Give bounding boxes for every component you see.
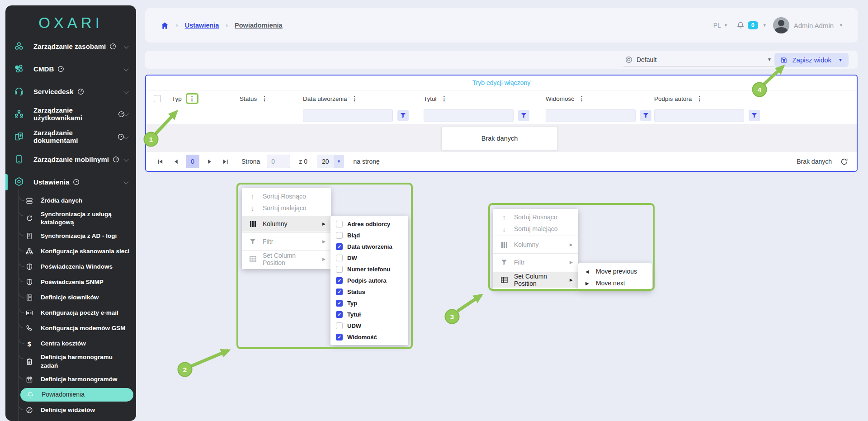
- checkbox[interactable]: [336, 243, 343, 250]
- menu-item-set-column-position[interactable]: Set Column Position ▶: [242, 251, 331, 267]
- breadcrumb-link-ustawienia[interactable]: Ustawienia: [185, 22, 219, 29]
- sidebar-item-definicje-widzetow[interactable]: Definicje widżetów: [5, 402, 136, 418]
- submenu-item-move-next[interactable]: ▶ Move next: [578, 277, 652, 289]
- avatar[interactable]: [773, 17, 789, 33]
- menu-item-sort-asc[interactable]: ↑ Sortuj Rosnąco: [493, 211, 578, 223]
- submenu-item-widomosc[interactable]: Widomość: [330, 331, 408, 343]
- last-page-button[interactable]: [219, 156, 231, 167]
- column-menu-button[interactable]: ⋮: [695, 95, 703, 102]
- submenu-item-adres-odbiorcy[interactable]: Adres odbiorcy: [330, 218, 408, 230]
- sidebar-item-ustawienia[interactable]: Ustawienia: [5, 170, 136, 193]
- sidebar-item-modemy-gsm[interactable]: Konfiguracja modemów GSM: [5, 321, 136, 336]
- view-icon: [625, 56, 632, 63]
- column-menu-button[interactable]: ⋮: [351, 95, 359, 102]
- table-empty-body: Brak danych: [146, 124, 857, 152]
- filter-input-tytul[interactable]: [424, 109, 514, 122]
- language-selector[interactable]: PL: [713, 22, 721, 29]
- submenu-item-move-previous[interactable]: ◀ Move previous: [578, 265, 652, 277]
- sidebar-item-harmonogram-zadan[interactable]: Definicja harmonogramu zadań: [5, 351, 136, 371]
- menu-item-columns[interactable]: Kolumny ▶: [493, 237, 578, 252]
- save-view-button[interactable]: Zapisz widok ▼: [774, 53, 849, 67]
- filter-funnel-button[interactable]: [640, 110, 651, 121]
- filter-funnel-button[interactable]: [397, 110, 409, 121]
- submenu-item-blad[interactable]: Błąd: [330, 230, 408, 241]
- checkbox[interactable]: [336, 289, 343, 295]
- filter-input-podpis-autora[interactable]: [654, 109, 744, 122]
- filter-input-widomosc[interactable]: [546, 109, 636, 122]
- sidebar-item-powiadomienia[interactable]: Powiadomienia: [20, 388, 133, 402]
- checkbox[interactable]: [336, 255, 343, 261]
- checkbox[interactable]: [336, 300, 343, 307]
- refresh-icon[interactable]: [840, 157, 849, 166]
- checkbox[interactable]: [336, 322, 343, 329]
- menu-item-set-column-position[interactable]: Set Column Position ▶: [493, 272, 578, 288]
- sidebar-item-mobilne[interactable]: Zarządzanie mobilnymi: [5, 148, 136, 170]
- column-menu-button[interactable]: ⋮: [186, 93, 198, 104]
- checkbox[interactable]: [336, 311, 343, 318]
- home-icon[interactable]: [160, 21, 169, 30]
- page-size-select[interactable]: 20 ▼: [317, 155, 344, 168]
- sidebar-item-definicje-harmonogramow[interactable]: Definicje harmonogramów: [5, 372, 136, 387]
- column-menu-button[interactable]: ⋮: [440, 95, 448, 102]
- pagination-status: Brak danych: [797, 158, 832, 165]
- user-name[interactable]: Admin Admin: [794, 22, 834, 29]
- filter-input-data-utworzenia[interactable]: [303, 109, 393, 122]
- menu-item-columns[interactable]: Kolumny ▶: [242, 216, 331, 232]
- submenu-item-numer-telefonu[interactable]: Numer telefonu: [330, 264, 408, 275]
- checkbox[interactable]: [336, 334, 343, 341]
- sidebar-item-zasoby[interactable]: Zarządzanie zasobami: [5, 35, 136, 57]
- sidebar-item-konfiguracja-email[interactable]: Konfiguracja poczty e-mail: [5, 305, 136, 321]
- sidebar-item-synchronizacja-ad-logi[interactable]: Synchronizacja z AD - logi: [5, 228, 136, 244]
- sidebar-item-zrodla-danych[interactable]: Źródła danych: [5, 193, 136, 208]
- page-number-input[interactable]: [267, 155, 290, 168]
- pagination-bar: 0 Strona z 0 20 ▼ na stronę Brak danych: [146, 152, 857, 171]
- submenu-item-dw[interactable]: DW: [330, 252, 408, 264]
- sidebar-item-centra-kosztow[interactable]: $ Centra kosztów: [5, 336, 136, 351]
- sidebar-item-partial[interactable]: [5, 418, 136, 421]
- view-select[interactable]: Default ▼: [623, 53, 775, 66]
- checkbox[interactable]: [336, 232, 343, 239]
- sidebar-item-poswiadczenia-windows[interactable]: Poświadczenia Windows: [5, 259, 136, 274]
- sidebar-item-skanowanie-sieci[interactable]: Konfiguracje skanowania sieci: [5, 244, 136, 259]
- column-menu-button[interactable]: ⋮: [578, 95, 586, 102]
- menu-item-sort-desc[interactable]: ↓ Sortuj malejąco: [493, 223, 578, 235]
- current-page-button[interactable]: 0: [186, 155, 199, 168]
- menu-item-filter[interactable]: Filtr ▶: [242, 234, 331, 249]
- sidebar-item-uzytkownicy[interactable]: Zarządzanie użytkownikami: [5, 103, 136, 125]
- menu-item-sort-asc[interactable]: ↑ Sortuj Rosnąco: [242, 190, 331, 202]
- position-submenu: ◀ Move previous ▶ Move next: [578, 263, 652, 291]
- widget-icon: [25, 406, 33, 414]
- menu-item-filter[interactable]: Filtr ▶: [493, 255, 578, 270]
- select-all-checkbox[interactable]: [154, 95, 161, 102]
- first-page-button[interactable]: [154, 156, 166, 167]
- sidebar-item-definicje-slownikow[interactable]: Definicje słowników: [5, 290, 136, 305]
- chevron-down-icon[interactable]: ▼: [763, 23, 767, 28]
- menu-item-sort-desc[interactable]: ↓ Sortuj malejąco: [242, 202, 331, 214]
- filter-funnel-button[interactable]: [749, 110, 760, 121]
- checkbox[interactable]: [336, 266, 343, 273]
- next-page-button[interactable]: [203, 156, 215, 167]
- checkbox[interactable]: [336, 221, 343, 227]
- submenu-item-podpis-autora[interactable]: Podpis autora: [330, 275, 408, 286]
- submenu-item-udw[interactable]: UDW: [330, 320, 408, 331]
- checkbox[interactable]: [336, 277, 343, 284]
- notifications-bell-icon[interactable]: [736, 21, 745, 30]
- filter-funnel-button[interactable]: [518, 110, 529, 121]
- breadcrumb-separator: ›: [176, 22, 178, 29]
- submenu-item-tytul[interactable]: Tytuł: [330, 309, 408, 320]
- sidebar-item-poswiadczenia-snmp[interactable]: Poświadczenia SNMP: [5, 274, 136, 290]
- arrow-right-icon: ▶: [585, 281, 590, 286]
- chevron-down-icon[interactable]: ▼: [838, 57, 843, 62]
- column-menu-button[interactable]: ⋮: [260, 95, 269, 102]
- submenu-item-status[interactable]: Status: [330, 286, 408, 298]
- submenu-item-data-utworzenia[interactable]: Data utworzenia: [330, 241, 408, 252]
- submenu-arrow-icon: ▶: [570, 278, 573, 282]
- sidebar-item-servicedesk[interactable]: Servicedesk: [5, 80, 136, 103]
- sidebar-item-dokumenty[interactable]: Zarządzanie dokumentami: [5, 125, 136, 148]
- sidebar-item-synchronizacja-katalogowa[interactable]: Synchronizacja z usługą katalogową: [5, 208, 136, 228]
- gauge-icon: [77, 88, 84, 95]
- submenu-item-typ[interactable]: Typ: [330, 298, 408, 309]
- breadcrumb-current[interactable]: Powiadomienia: [235, 22, 283, 29]
- sidebar-item-cmdb[interactable]: CMDB: [5, 57, 136, 80]
- previous-page-button[interactable]: [170, 156, 182, 167]
